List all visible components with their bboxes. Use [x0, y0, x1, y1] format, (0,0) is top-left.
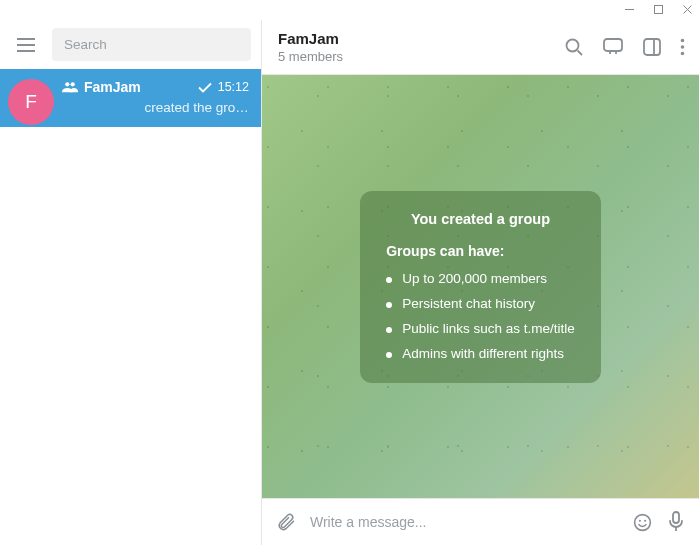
side-panel-icon[interactable] — [642, 37, 662, 57]
emoji-icon[interactable] — [632, 512, 653, 533]
search-input[interactable] — [52, 28, 251, 61]
card-subtitle: Groups can have: — [386, 243, 575, 259]
close-icon[interactable] — [682, 1, 693, 19]
svg-point-21 — [644, 519, 646, 521]
search-icon[interactable] — [564, 37, 584, 57]
svg-point-19 — [635, 514, 651, 530]
chat-time: 15:12 — [218, 80, 249, 94]
svg-point-7 — [65, 82, 69, 86]
svg-rect-22 — [673, 512, 679, 523]
list-item: Persistent chat history — [386, 296, 575, 311]
hamburger-menu-button[interactable] — [10, 29, 42, 61]
chat-list-item[interactable]: F FamJam 15:12 created the grou — [0, 69, 261, 127]
minimize-icon[interactable] — [624, 1, 635, 19]
svg-point-8 — [71, 82, 75, 86]
video-chat-icon[interactable] — [602, 37, 624, 57]
message-input[interactable] — [310, 514, 618, 530]
svg-point-20 — [639, 519, 641, 521]
list-item: Public links such as t.me/title — [386, 321, 575, 336]
window-titlebar — [0, 0, 699, 20]
svg-point-17 — [681, 45, 685, 49]
chat-header: FamJam 5 members — [262, 20, 699, 75]
service-message-card: You created a group Groups can have: Up … — [360, 191, 601, 383]
group-icon — [62, 81, 78, 93]
list-item: Admins with different rights — [386, 346, 575, 361]
attach-icon[interactable] — [276, 512, 296, 532]
card-title: You created a group — [386, 211, 575, 227]
svg-rect-1 — [655, 6, 663, 14]
svg-point-9 — [567, 40, 579, 52]
check-icon — [198, 82, 212, 93]
svg-rect-14 — [644, 39, 660, 55]
list-item: Up to 200,000 members — [386, 271, 575, 286]
chat-subtitle: 5 members — [278, 49, 564, 64]
maximize-icon[interactable] — [653, 1, 664, 19]
chat-title-block[interactable]: FamJam 5 members — [278, 30, 564, 64]
chat-panel: FamJam 5 members You created — [262, 20, 699, 545]
chat-title: FamJam — [278, 30, 564, 47]
sidebar: F FamJam 15:12 created the grou — [0, 20, 262, 545]
messages-area: You created a group Groups can have: Up … — [262, 75, 699, 498]
chat-preview: created the grou… — [62, 100, 249, 115]
microphone-icon[interactable] — [667, 511, 685, 533]
svg-point-16 — [681, 39, 685, 43]
svg-point-18 — [681, 52, 685, 56]
svg-line-10 — [578, 51, 583, 56]
feature-list: Up to 200,000 members Persistent chat hi… — [386, 271, 575, 361]
svg-rect-11 — [604, 39, 622, 51]
more-icon[interactable] — [680, 38, 685, 56]
chat-name: FamJam — [84, 79, 192, 95]
message-composer — [262, 498, 699, 545]
avatar: F — [8, 79, 54, 125]
